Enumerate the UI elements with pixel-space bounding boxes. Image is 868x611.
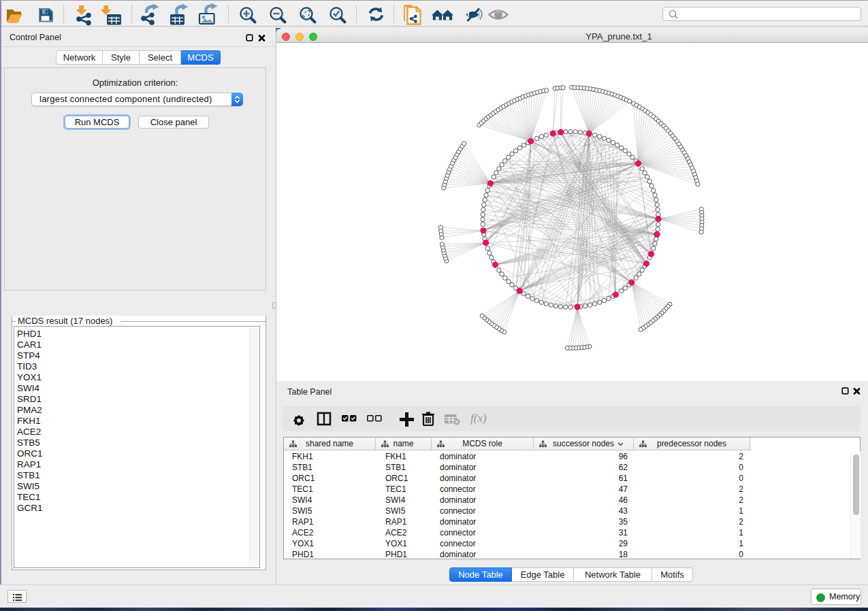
svg-text:f(x): f(x) bbox=[470, 412, 487, 425]
